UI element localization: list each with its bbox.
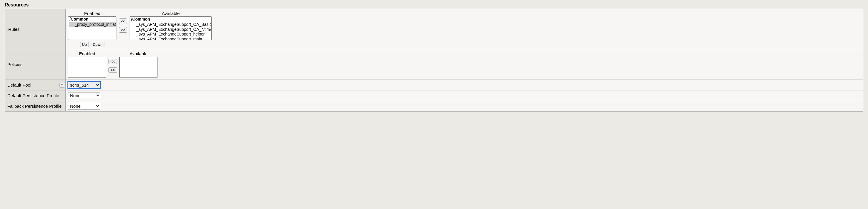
policies-enabled-title: Enabled	[79, 51, 95, 56]
section-title: Resources	[5, 2, 863, 8]
default-pool-add-button[interactable]: +	[60, 83, 64, 87]
policies-available-title: Available	[130, 51, 148, 56]
policies-enabled-list[interactable]	[68, 57, 106, 78]
fallback-persistence-value-cell: None	[66, 101, 863, 112]
fallback-persistence-select[interactable]: None	[68, 103, 100, 110]
policies-move-right-button[interactable]: >>	[108, 67, 117, 73]
irules-move-left-button[interactable]: <<	[119, 19, 127, 24]
policies-label: Policies	[7, 62, 23, 67]
resources-table: iRules Enabled _proxy_protocol_initiator…	[5, 9, 863, 112]
irules-available-list[interactable]: _sys_APM_ExchangeSupport_OA_BasicAuth_sy…	[130, 17, 212, 40]
irules-move-right-button[interactable]: >>	[119, 27, 127, 33]
policies-value-cell: Enabled << >> Available	[66, 49, 863, 80]
irules-enabled-title: Enabled	[84, 11, 100, 16]
default-persistence-value-cell: None	[66, 90, 863, 101]
irules-up-button[interactable]: Up	[80, 42, 89, 47]
irules-down-button[interactable]: Down	[91, 42, 104, 47]
default-persistence-select[interactable]: None	[68, 92, 100, 99]
default-persistence-label: Default Persistence Profile	[7, 93, 59, 98]
default-pool-value-cell: sc4s_514	[66, 80, 863, 90]
default-pool-label: Default Pool	[7, 83, 31, 87]
irules-label: iRules	[7, 27, 20, 32]
default-pool-label-cell: Default Pool +	[5, 80, 66, 90]
policies-move-left-button[interactable]: <<	[108, 59, 117, 64]
policies-label-cell: Policies	[5, 49, 66, 80]
irules-value-cell: Enabled _proxy_protocol_initiator Up Dow…	[66, 9, 863, 49]
irules-available-title: Available	[162, 11, 180, 16]
default-persistence-label-cell: Default Persistence Profile	[5, 90, 66, 101]
policies-available-list[interactable]	[119, 57, 157, 78]
fallback-persistence-label-cell: Fallback Persistence Profile	[5, 101, 66, 112]
irules-enabled-list[interactable]: _proxy_protocol_initiator	[68, 17, 116, 40]
irules-label-cell: iRules	[5, 9, 66, 49]
fallback-persistence-label: Fallback Persistence Profile	[7, 103, 62, 109]
default-pool-select[interactable]: sc4s_514	[68, 82, 100, 88]
